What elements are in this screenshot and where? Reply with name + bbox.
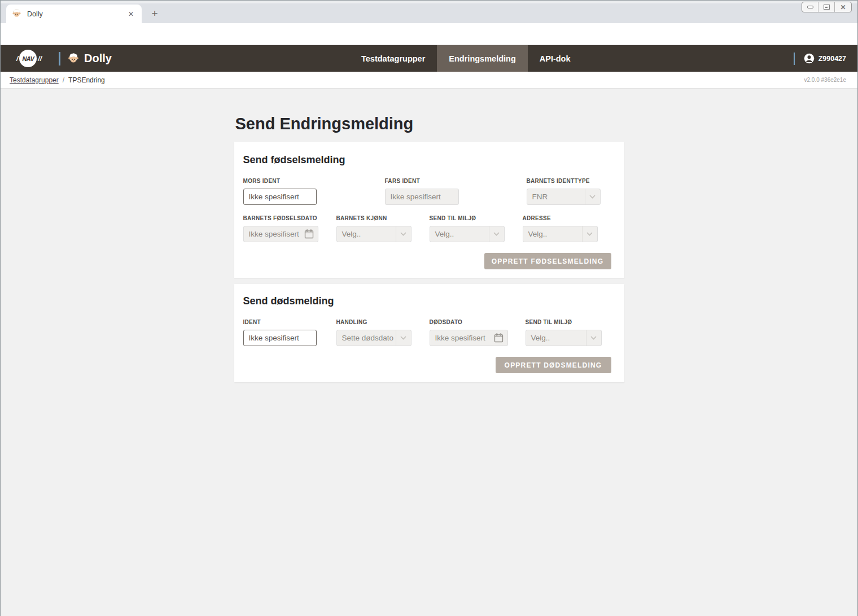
barnets-fodselsdato-input[interactable]: Ikke spesifisert bbox=[243, 226, 318, 242]
page-title: Send Endringsmelding bbox=[234, 89, 624, 133]
barnets-fodselsdato-value: Ikke spesifisert bbox=[244, 230, 301, 238]
close-icon: ✕ bbox=[840, 3, 846, 11]
minimize-button[interactable] bbox=[802, 2, 818, 12]
chevron-down-icon bbox=[585, 195, 600, 199]
user-menu[interactable]: Z990427 bbox=[794, 45, 846, 72]
main-content: Send Endringsmelding Send fødselsmelding… bbox=[1, 89, 857, 616]
user-divider bbox=[794, 53, 795, 65]
nav-logo-slash-right: // bbox=[38, 55, 42, 63]
browser-window: Dolly ✕ + ✕ bbox=[0, 0, 858, 616]
barnets-identtype-value: FNR bbox=[527, 193, 585, 201]
breadcrumb-separator: / bbox=[63, 76, 64, 84]
barnets-kjonn-select[interactable]: Velg.. bbox=[336, 226, 412, 242]
dodsdato-label: DØDSDATO bbox=[430, 319, 463, 325]
tab-close-icon[interactable]: ✕ bbox=[126, 9, 136, 19]
dodsdato-value: Ikke spesifisert bbox=[430, 334, 491, 342]
close-button[interactable]: ✕ bbox=[835, 2, 851, 12]
handling-label: HANDLING bbox=[336, 319, 367, 325]
tab-title: Dolly bbox=[27, 10, 126, 18]
maximize-icon bbox=[824, 5, 830, 10]
adresse-label: ADRESSE bbox=[523, 215, 551, 221]
death-miljo-value: Velg.. bbox=[526, 334, 586, 342]
tab-strip: Dolly ✕ + ✕ bbox=[1, 1, 857, 23]
mors-ident-label: MORS IDENT bbox=[243, 178, 281, 184]
mors-ident-input[interactable] bbox=[243, 189, 317, 205]
send-til-miljo-label: SEND TIL MILJØ bbox=[430, 215, 476, 221]
app-navbar: / NAV // Dolly Testdatagrupper Endringsm… bbox=[1, 45, 857, 72]
death-miljo-select[interactable]: Velg.. bbox=[526, 330, 602, 346]
new-tab-button[interactable]: + bbox=[147, 6, 162, 21]
brand-divider bbox=[59, 52, 60, 65]
ident-label: IDENT bbox=[243, 319, 261, 325]
chevron-down-icon bbox=[396, 336, 411, 340]
opprett-dodsmelding-button[interactable]: OPPRETT DØDSMELDING bbox=[496, 357, 611, 373]
username-label: Z990427 bbox=[818, 55, 846, 63]
chevron-down-icon bbox=[586, 336, 601, 340]
breadcrumb-link-testdatagrupper[interactable]: Testdatagrupper bbox=[10, 76, 59, 84]
sheep-favicon bbox=[12, 9, 21, 19]
breadcrumb: Testdatagrupper / TPSEndring v2.0.0 #36e… bbox=[1, 72, 857, 89]
minimize-icon bbox=[807, 6, 813, 8]
barnets-kjonn-value: Velg.. bbox=[337, 230, 396, 238]
nav-logo-slash-left: / bbox=[16, 55, 18, 63]
dodsdato-input[interactable]: Ikke spesifisert bbox=[430, 330, 508, 346]
breadcrumb-current: TPSEndring bbox=[68, 76, 105, 84]
opprett-fodselsmelding-button[interactable]: OPPRETT FØDSELSMELDING bbox=[484, 253, 611, 269]
nav-item-api-dok[interactable]: API-dok bbox=[528, 45, 583, 72]
app-version: v2.0.0 #36e2e1e bbox=[804, 77, 846, 83]
chevron-down-icon bbox=[583, 232, 597, 236]
send-til-miljo-value: Velg.. bbox=[430, 230, 489, 238]
user-icon bbox=[804, 53, 815, 64]
handling-value: Sette dødsdato bbox=[337, 334, 396, 342]
ident-input[interactable] bbox=[243, 330, 317, 346]
sheep-icon bbox=[67, 53, 80, 64]
barnets-kjonn-label: BARNETS KJØNN bbox=[336, 215, 387, 221]
nav-logo[interactable]: / NAV // bbox=[16, 50, 42, 67]
chevron-down-icon bbox=[489, 232, 504, 236]
death-miljo-label: SEND TIL MILJØ bbox=[526, 319, 572, 325]
window-controls: ✕ bbox=[802, 2, 852, 12]
birth-form-card: Send fødselsmelding MORS IDENT FARS IDEN… bbox=[234, 142, 624, 278]
brand-title: Dolly bbox=[84, 52, 112, 65]
barnets-identtype-select[interactable]: FNR bbox=[527, 189, 601, 205]
barnets-identtype-label: BARNETS IDENTTYPE bbox=[527, 178, 590, 184]
death-form-heading: Send dødsmelding bbox=[243, 295, 334, 307]
fars-ident-input[interactable] bbox=[385, 189, 459, 205]
browser-toolbar: dolly.nais.preprod.local/tpsendring ☆ bbox=[1, 23, 857, 45]
title-bar bbox=[1, 1, 857, 3]
maximize-button[interactable] bbox=[818, 2, 835, 12]
brand-home-link[interactable]: Dolly bbox=[67, 52, 112, 65]
calendar-icon[interactable] bbox=[491, 333, 507, 343]
death-form-card: Send dødsmelding IDENT HANDLING Sette dø… bbox=[234, 284, 624, 382]
birth-form-heading: Send fødselsmelding bbox=[243, 154, 345, 166]
send-til-miljo-select[interactable]: Velg.. bbox=[430, 226, 505, 242]
nav-menu: Testdatagrupper Endringsmelding API-dok bbox=[349, 45, 583, 72]
barnets-fodselsdato-label: BARNETS FØDSELSDATO bbox=[243, 215, 317, 221]
nav-logo-circle: NAV bbox=[19, 50, 37, 67]
nav-item-testdatagrupper[interactable]: Testdatagrupper bbox=[349, 45, 437, 72]
nav-item-endringsmelding[interactable]: Endringsmelding bbox=[437, 45, 527, 72]
adresse-select[interactable]: Velg.. bbox=[523, 226, 598, 242]
chevron-down-icon bbox=[396, 232, 411, 236]
fars-ident-label: FARS IDENT bbox=[385, 178, 420, 184]
adresse-value: Velg.. bbox=[523, 230, 582, 238]
handling-select[interactable]: Sette dødsdato bbox=[336, 330, 412, 346]
calendar-icon[interactable] bbox=[301, 229, 318, 239]
browser-tab[interactable]: Dolly ✕ bbox=[6, 5, 142, 23]
